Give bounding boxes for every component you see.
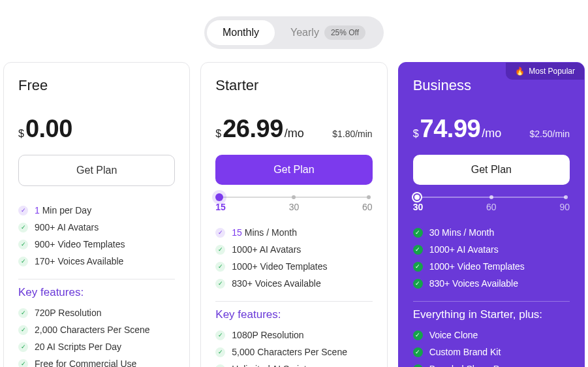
list-item: ✓15 Mins / Month (215, 224, 372, 241)
price-per-min: $2.50/min (530, 129, 570, 139)
list-item: ✓30 Mins / Month (413, 224, 570, 241)
check-icon: ✓ (18, 223, 28, 232)
list-item: ✓1000+ Video Templates (413, 258, 570, 275)
check-icon: ✓ (413, 330, 423, 340)
plan-business: 🔥 Most Popular Business $ 74.99 /mo $2.5… (398, 62, 585, 367)
slider-label: 30 (289, 202, 300, 212)
price: $ 0.00 (18, 115, 72, 143)
list-item: ✓830+ Voices Available (215, 275, 372, 292)
check-icon: ✓ (18, 342, 28, 352)
plan-name: Free (18, 77, 175, 94)
slider-dot[interactable] (292, 195, 296, 199)
check-icon: ✓ (18, 206, 28, 215)
core-features: ✓15 Mins / Month ✓1000+ AI Avatars ✓1000… (215, 224, 372, 292)
list-item: ✓830+ Voices Available (413, 275, 570, 292)
slider-dot[interactable] (215, 193, 223, 201)
list-item: ✓1 Min per Day (18, 202, 175, 219)
most-popular-badge: 🔥 Most Popular (506, 63, 584, 80)
list-item: ✓170+ Voices Available (18, 253, 175, 270)
list-item: ✓2,000 Characters Per Scene (18, 321, 175, 338)
core-features: ✓30 Mins / Month ✓1000+ AI Avatars ✓1000… (413, 224, 570, 292)
slider-dot[interactable] (413, 193, 421, 201)
get-plan-button[interactable]: Get Plan (413, 155, 570, 185)
list-item: ✓Voice Clone (413, 327, 570, 343)
list-item: ✓900+ Video Templates (18, 236, 175, 253)
price: $ 26.99 /mo (215, 115, 304, 143)
key-features: ✓Voice Clone ✓Custom Brand Kit ✓Branded … (413, 327, 570, 367)
toggle-monthly[interactable]: Monthly (207, 20, 275, 45)
list-item: ✓Custom Brand Kit (413, 343, 570, 360)
check-icon: ✓ (18, 240, 28, 249)
key-features: ✓1080P Resolution ✓5,000 Characters Per … (215, 327, 372, 367)
list-item: ✓Unlimited AI Scripts (215, 360, 372, 367)
minutes-slider[interactable]: 30 60 90 (413, 197, 570, 224)
minutes-slider[interactable]: 15 30 60 (215, 197, 372, 224)
key-features-title: Key features: (18, 286, 175, 299)
pricing-cards: Free $ 0.00 Get Plan ✓1 Min per Day ✓900… (3, 62, 585, 367)
key-features-title: Everything in Starter, plus: (413, 308, 570, 321)
get-plan-button[interactable]: Get Plan (215, 155, 372, 185)
list-item: ✓1080P Resolution (215, 327, 372, 343)
check-icon: ✓ (215, 245, 225, 255)
slider-dot[interactable] (564, 195, 568, 199)
discount-badge: 25% Off (324, 25, 365, 40)
slider-dot[interactable] (367, 195, 371, 199)
toggle-yearly-label: Yearly (290, 27, 319, 39)
check-icon: ✓ (18, 308, 28, 318)
list-item: ✓1000+ AI Avatars (413, 241, 570, 258)
key-features: ✓720P Resolution ✓2,000 Characters Per S… (18, 304, 175, 367)
check-icon: ✓ (413, 262, 423, 272)
divider (18, 279, 175, 279)
billing-toggle: Monthly Yearly 25% Off (204, 16, 384, 49)
check-icon: ✓ (413, 279, 423, 289)
get-plan-button[interactable]: Get Plan (18, 155, 175, 186)
list-item: ✓5,000 Characters Per Scene (215, 343, 372, 360)
list-item: ✓Free for Commercial Use (18, 355, 175, 367)
check-icon: ✓ (215, 279, 225, 289)
price-per-min: $1.80/min (332, 129, 372, 139)
check-icon: ✓ (413, 347, 423, 357)
list-item: ✓1000+ AI Avatars (215, 241, 372, 258)
fire-icon: 🔥 (515, 67, 525, 76)
list-item: ✓720P Resolution (18, 304, 175, 321)
check-icon: ✓ (18, 325, 28, 335)
check-icon: ✓ (215, 364, 225, 368)
toggle-yearly[interactable]: Yearly 25% Off (275, 19, 381, 46)
price: $ 74.99 /mo (413, 115, 502, 143)
check-icon: ✓ (413, 228, 423, 238)
slider-label: 90 (559, 202, 570, 212)
check-icon: ✓ (18, 359, 28, 368)
check-icon: ✓ (18, 257, 28, 266)
key-features-title: Key features: (215, 308, 372, 321)
list-item: ✓Branded Share Page (413, 360, 570, 367)
divider (215, 301, 372, 302)
plan-starter: Starter $ 26.99 /mo $1.80/min Get Plan 1… (200, 62, 387, 367)
check-icon: ✓ (215, 262, 225, 272)
list-item: ✓900+ AI Avatars (18, 219, 175, 236)
slider-label: 60 (362, 202, 373, 212)
core-features: ✓1 Min per Day ✓900+ AI Avatars ✓900+ Vi… (18, 202, 175, 270)
slider-label: 15 (215, 202, 226, 212)
slider-dot[interactable] (489, 195, 493, 199)
divider (413, 301, 570, 302)
check-icon: ✓ (215, 330, 225, 340)
list-item: ✓20 AI Scripts Per Day (18, 338, 175, 355)
list-item: ✓1000+ Video Templates (215, 258, 372, 275)
slider-label: 30 (413, 202, 424, 212)
plan-name: Starter (215, 77, 372, 94)
check-icon: ✓ (215, 228, 225, 238)
check-icon: ✓ (215, 347, 225, 357)
slider-label: 60 (486, 202, 497, 212)
plan-free: Free $ 0.00 Get Plan ✓1 Min per Day ✓900… (3, 62, 190, 367)
check-icon: ✓ (413, 364, 423, 368)
check-icon: ✓ (413, 245, 423, 255)
